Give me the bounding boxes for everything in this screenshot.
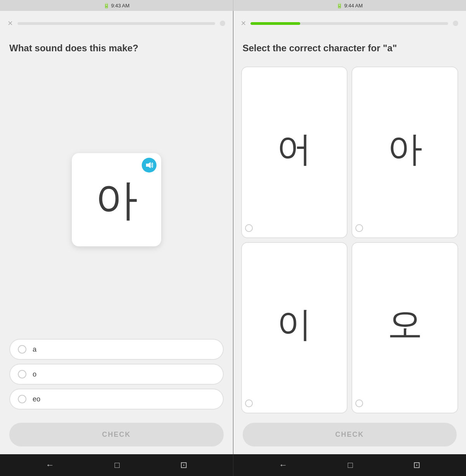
right-check-button[interactable]: CHECK	[243, 423, 457, 446]
bottom-nav-right: ← □ ⊡	[233, 454, 466, 476]
right-close-button[interactable]: ×	[241, 19, 246, 28]
option-a-radio	[18, 345, 26, 354]
left-close-button[interactable]: ×	[8, 19, 13, 28]
status-time-left: 🔋 9:43 AM	[0, 0, 233, 11]
right-progress-track	[250, 22, 448, 25]
choice-o[interactable]: 오	[351, 242, 458, 413]
option-a-label: a	[33, 345, 37, 354]
left-question: What sound does this make?	[0, 33, 233, 60]
option-o[interactable]: o	[9, 364, 224, 385]
choice-a[interactable]: 아	[351, 66, 458, 238]
svg-marker-0	[146, 162, 151, 168]
bottom-nav: ← □ ⊡ ← □ ⊡	[0, 454, 466, 476]
status-bar: 🔋 9:43 AM 🔋 9:44 AM	[0, 0, 466, 11]
bottom-nav-left: ← □ ⊡	[0, 454, 233, 476]
right-top-bar: ×	[233, 11, 466, 33]
right-char-grid: 어 아 이 오	[233, 60, 466, 420]
option-eo-label: eo	[33, 395, 40, 403]
home-icon-left[interactable]: □	[115, 460, 120, 470]
choice-a-char: 아	[355, 73, 454, 224]
sound-button[interactable]	[142, 158, 156, 173]
back-icon-left[interactable]: ←	[46, 460, 54, 470]
recent-icon-right[interactable]: ⊡	[413, 460, 420, 470]
choice-i-char: 이	[245, 249, 344, 399]
right-progress-fill	[250, 22, 300, 25]
choice-o-radio	[355, 399, 363, 407]
option-eo-radio	[18, 395, 26, 403]
left-char-card-container: 아	[0, 60, 233, 339]
option-a[interactable]: a	[9, 339, 224, 360]
home-icon-right[interactable]: □	[348, 460, 353, 470]
option-o-radio	[18, 370, 26, 378]
choice-eo-char: 어	[245, 73, 344, 224]
screens-container: × What sound does this make? 아	[0, 11, 466, 454]
battery-icon-right: 🔋	[336, 3, 343, 9]
choice-eo-radio	[245, 224, 253, 232]
status-time-right: 🔋 9:44 AM	[233, 0, 466, 11]
left-check-button[interactable]: CHECK	[9, 423, 224, 446]
choice-o-char: 오	[355, 249, 454, 399]
choice-i[interactable]: 이	[241, 242, 348, 413]
left-progress-dot	[220, 21, 225, 26]
option-o-label: o	[33, 370, 37, 378]
left-screen: × What sound does this make? 아	[0, 11, 233, 454]
option-eo[interactable]: eo	[9, 389, 224, 410]
left-char-card: 아	[72, 153, 161, 246]
left-top-bar: ×	[0, 11, 233, 33]
battery-icon-left: 🔋	[103, 3, 110, 9]
recent-icon-left[interactable]: ⊡	[180, 460, 187, 470]
right-screen: × Select the correct character for "a" 어…	[233, 11, 466, 454]
right-question: Select the correct character for "a"	[233, 33, 466, 60]
choice-i-radio	[245, 399, 253, 407]
left-progress-track	[17, 22, 215, 25]
left-options-area: a o eo	[0, 339, 233, 420]
left-char-display: 아	[95, 178, 138, 221]
back-icon-right[interactable]: ←	[279, 460, 287, 470]
choice-a-radio	[355, 224, 363, 232]
right-progress-dot	[453, 21, 458, 26]
choice-eo[interactable]: 어	[241, 66, 348, 238]
